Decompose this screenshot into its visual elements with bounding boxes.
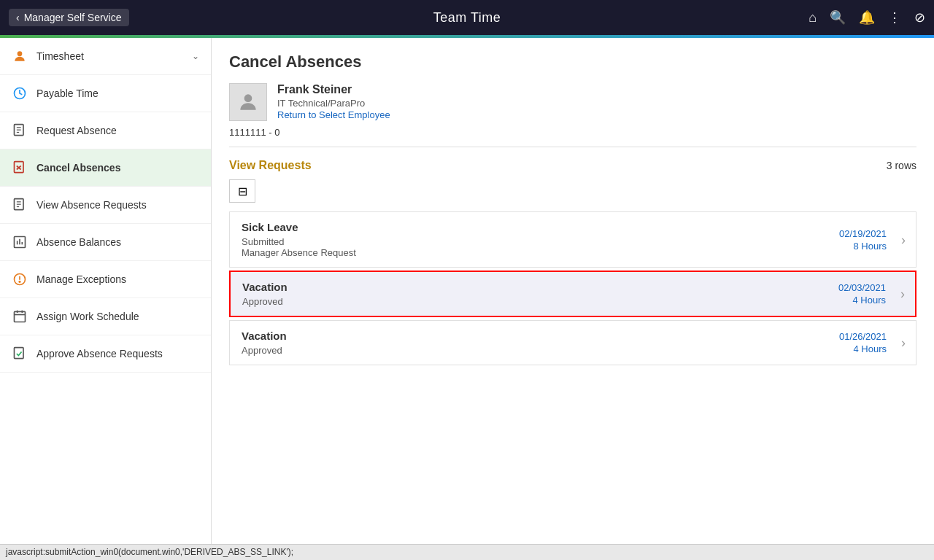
row-chevron-icon[interactable]: ›: [900, 287, 905, 302]
divider: [229, 147, 916, 147]
home-icon[interactable]: ⌂: [808, 10, 817, 26]
request-status: Approved: [242, 345, 904, 356]
sidebar-item-timesheet-label: Timesheet: [36, 50, 183, 62]
svg-rect-24: [15, 348, 24, 359]
request-right-info: 02/03/2021 4 Hours: [838, 282, 886, 306]
svg-point-25: [244, 94, 252, 102]
sidebar-item-cancel-absences[interactable]: Cancel Absences: [0, 149, 211, 187]
request-type: Vacation: [242, 330, 904, 342]
layout: ‖ Timesheet ⌄ Payable Time Request Absen…: [0, 38, 934, 560]
row-chevron-icon[interactable]: ›: [901, 232, 906, 247]
request-hours: 8 Hours: [839, 241, 887, 252]
request-date: 02/19/2021: [839, 228, 887, 239]
request-date: 01/26/2021: [839, 331, 887, 342]
sidebar-item-view-absence-requests-label: View Absence Requests: [36, 199, 199, 211]
request-row: Sick Leave Submitted Manager Absence Req…: [229, 211, 916, 268]
request-hours: 4 Hours: [838, 295, 886, 306]
employee-name: Frank Steiner: [277, 83, 390, 96]
employee-department: IT Technical/ParaPro: [277, 98, 390, 109]
sidebar-item-timesheet[interactable]: Timesheet ⌄: [0, 38, 211, 75]
sidebar-item-request-absence[interactable]: Request Absence: [0, 112, 211, 149]
more-icon[interactable]: ⋮: [888, 9, 901, 26]
search-icon[interactable]: 🔍: [830, 9, 846, 26]
sidebar-item-assign-work-schedule-label: Assign Work Schedule: [36, 311, 199, 322]
view-absence-requests-icon: [12, 197, 28, 213]
svg-rect-20: [15, 311, 26, 322]
sidebar-item-cancel-absences-label: Cancel Absences: [36, 162, 199, 174]
sidebar-item-payable-time-label: Payable Time: [36, 88, 199, 99]
filter-button[interactable]: ⊟: [229, 179, 255, 203]
sidebar: ‖ Timesheet ⌄ Payable Time Request Absen…: [0, 38, 212, 560]
header: ‹ Manager Self Service Team Time ⌂ 🔍 🔔 ⋮…: [0, 0, 934, 35]
employee-id: 1111111 - 0: [229, 127, 916, 138]
manage-exceptions-icon: [12, 271, 28, 287]
request-hours: 4 Hours: [839, 343, 887, 354]
timesheet-icon: [12, 48, 28, 64]
request-row: Vacation Approved 01/26/2021 4 Hours ›: [229, 320, 916, 365]
sidebar-item-approve-absence-requests-label: Approve Absence Requests: [36, 348, 199, 359]
employee-info: Frank Steiner IT Technical/ParaPro Retur…: [277, 83, 390, 120]
main-content: Cancel Absences Frank Steiner IT Technic…: [212, 38, 934, 560]
sidebar-item-assign-work-schedule[interactable]: Assign Work Schedule: [0, 298, 211, 335]
absence-balances-icon: [12, 234, 28, 250]
sidebar-item-payable-time[interactable]: Payable Time: [0, 75, 211, 112]
request-type: Vacation: [242, 281, 903, 293]
header-icons: ⌂ 🔍 🔔 ⋮ ⊘: [808, 9, 925, 26]
sidebar-item-request-absence-label: Request Absence: [36, 125, 199, 136]
chevron-down-icon: ⌄: [192, 51, 199, 61]
payable-time-icon: [12, 85, 28, 101]
filter-icon: ⊟: [238, 184, 247, 198]
section-title: View Requests: [229, 159, 312, 172]
request-date: 02/03/2021: [838, 282, 886, 293]
employee-card: Frank Steiner IT Technical/ParaPro Retur…: [229, 83, 916, 121]
avatar: [229, 83, 267, 121]
svg-point-19: [19, 281, 20, 283]
approve-absence-requests-icon: [12, 346, 28, 362]
row-chevron-icon[interactable]: ›: [901, 335, 906, 351]
back-icon: ‹: [16, 12, 20, 23]
sidebar-item-absence-balances[interactable]: Absence Balances: [0, 224, 211, 261]
sidebar-item-manage-exceptions[interactable]: Manage Exceptions: [0, 261, 211, 298]
request-status: Approved: [242, 296, 903, 307]
request-type: Sick Leave: [242, 221, 904, 233]
return-to-select-employee-link[interactable]: Return to Select Employee: [277, 109, 390, 120]
status-bar: javascript:submitAction_win0(document.wi…: [0, 544, 934, 560]
request-row-highlighted: Vacation Approved 02/03/2021 4 Hours ›: [229, 271, 916, 317]
sidebar-item-absence-balances-label: Absence Balances: [36, 236, 199, 248]
header-title: Team Time: [433, 10, 501, 26]
assign-work-schedule-icon: [12, 308, 28, 324]
request-sub-label: Manager Absence Request: [242, 247, 904, 258]
rows-count: 3 rows: [887, 160, 916, 171]
sidebar-item-view-absence-requests[interactable]: View Absence Requests: [0, 187, 211, 224]
page-title: Cancel Absences: [229, 52, 916, 71]
request-absence-icon: [12, 122, 28, 139]
bell-icon[interactable]: 🔔: [859, 9, 875, 26]
request-status: Submitted: [242, 236, 904, 247]
status-bar-text: javascript:submitAction_win0(document.wi…: [6, 547, 293, 557]
cancel-absences-icon: [12, 160, 28, 176]
sidebar-item-manage-exceptions-label: Manage Exceptions: [36, 273, 199, 285]
section-header: View Requests 3 rows: [229, 159, 916, 172]
request-right-info: 02/19/2021 8 Hours: [839, 228, 887, 252]
back-button[interactable]: ‹ Manager Self Service: [9, 9, 129, 26]
back-label: Manager Self Service: [24, 12, 122, 23]
svg-point-0: [18, 51, 23, 56]
request-right-info: 01/26/2021 4 Hours: [839, 331, 887, 354]
sidebar-item-approve-absence-requests[interactable]: Approve Absence Requests: [0, 335, 211, 373]
circle-slash-icon[interactable]: ⊘: [914, 9, 925, 26]
